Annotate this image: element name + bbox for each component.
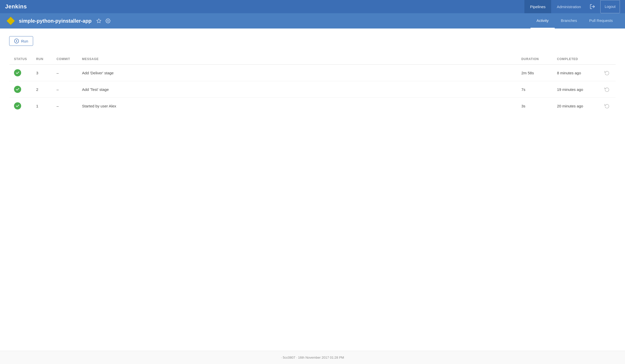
main-content: Run STATUS RUN COMMIT MESSAGE DURATION C… (0, 29, 625, 351)
svg-point-3 (107, 20, 108, 22)
replay-button-1[interactable] (603, 85, 611, 93)
cell-action-2 (598, 98, 616, 114)
cell-duration-2: 3s (517, 98, 552, 114)
table-row: 3 – Add 'Deliver' stage 2m 58s 8 minutes… (9, 65, 616, 81)
cell-completed-1: 19 minutes ago (552, 81, 598, 98)
replay-icon (604, 70, 609, 75)
cell-message-0: Add 'Deliver' stage (77, 65, 517, 81)
pipeline-table: STATUS RUN COMMIT MESSAGE DURATION COMPL… (9, 53, 616, 114)
cell-commit-1: – (52, 81, 77, 98)
table-header: STATUS RUN COMMIT MESSAGE DURATION COMPL… (9, 54, 616, 65)
gear-icon (105, 18, 111, 23)
svg-marker-2 (97, 19, 101, 23)
cell-run-1: 2 (32, 81, 52, 98)
replay-icon (604, 87, 609, 92)
cell-run-0: 3 (32, 65, 52, 81)
cell-commit-2: – (52, 98, 77, 114)
check-icon (16, 104, 20, 108)
cell-completed-2: 20 minutes ago (552, 98, 598, 114)
cell-status-1 (9, 81, 32, 98)
cell-action-0 (598, 65, 616, 81)
table-body: 3 – Add 'Deliver' stage 2m 58s 8 minutes… (9, 65, 616, 114)
logout-button[interactable]: Logout (600, 0, 620, 13)
favorite-button[interactable] (95, 17, 103, 24)
settings-button[interactable] (104, 17, 112, 24)
col-header-run: RUN (32, 54, 52, 65)
check-icon (16, 71, 20, 75)
col-header-action (598, 54, 616, 65)
cell-message-2: Started by user Alex (77, 98, 517, 114)
col-header-completed: COMPLETED (552, 54, 598, 65)
footer: · 5cc0807 · 16th November 2017 01:28 PM (0, 351, 625, 364)
replay-button-2[interactable] (603, 102, 611, 110)
nav-links: Pipelines Administration Logout (524, 0, 620, 13)
col-header-status: STATUS (9, 54, 32, 65)
replay-icon (604, 103, 609, 108)
footer-text: · 5cc0807 · 16th November 2017 01:28 PM (281, 356, 344, 359)
sub-header: simple-python-pyinstaller-app Activity B… (0, 13, 625, 29)
cell-action-1 (598, 81, 616, 98)
table-row: 2 – Add 'Test' stage 7s 19 minutes ago (9, 81, 616, 98)
check-icon (16, 87, 20, 91)
status-success-icon (14, 102, 21, 109)
sign-out-icon (590, 4, 595, 9)
replay-button-0[interactable] (603, 69, 611, 77)
cell-message-1: Add 'Test' stage (77, 81, 517, 98)
cell-completed-0: 8 minutes ago (552, 65, 598, 81)
svg-marker-5 (16, 40, 17, 42)
cell-status-2 (9, 98, 32, 114)
status-success-icon (14, 69, 21, 76)
run-button[interactable]: Run (9, 36, 33, 46)
jenkins-logo: Jenkins (5, 3, 27, 10)
table-row: 1 – Started by user Alex 3s 20 minutes a… (9, 98, 616, 114)
cell-duration-1: 7s (517, 81, 552, 98)
sign-out-icon-button[interactable] (587, 0, 598, 13)
project-name: simple-python-pyinstaller-app (19, 18, 92, 24)
cell-duration-0: 2m 58s (517, 65, 552, 81)
nav-pipelines[interactable]: Pipelines (524, 0, 551, 13)
svg-marker-1 (7, 17, 15, 25)
sub-nav-tabs: Activity Branches Pull Requests (531, 13, 619, 29)
cell-status-0 (9, 65, 32, 81)
tab-activity[interactable]: Activity (531, 13, 555, 29)
col-header-message: MESSAGE (77, 54, 517, 65)
tab-branches[interactable]: Branches (555, 13, 583, 29)
star-icon (96, 18, 101, 23)
tab-pull-requests[interactable]: Pull Requests (583, 13, 619, 29)
status-success-icon (14, 86, 21, 93)
col-header-duration: DURATION (517, 54, 552, 65)
project-icon (6, 16, 15, 25)
cell-commit-0: – (52, 65, 77, 81)
nav-administration[interactable]: Administration (551, 0, 587, 13)
col-header-commit: COMMIT (52, 54, 77, 65)
top-navigation: Jenkins Pipelines Administration Logout (0, 0, 625, 13)
play-icon (14, 38, 19, 44)
cell-run-2: 1 (32, 98, 52, 114)
